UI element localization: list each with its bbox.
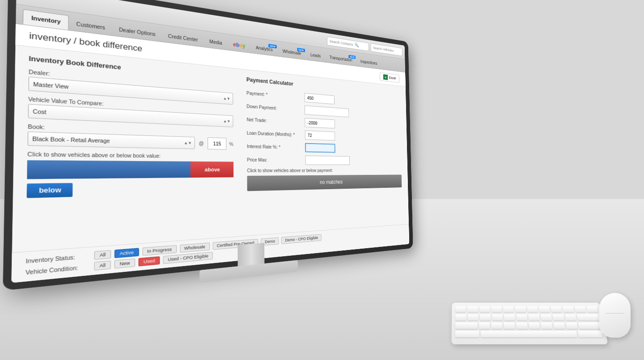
- net-trade-input[interactable]: [305, 118, 335, 129]
- right-panel: Payment Calculator Payment: * Down Payme…: [246, 76, 402, 229]
- key: [467, 306, 478, 313]
- book-group: Book: Black Book - Retail Average ▲▼ @ %: [27, 124, 233, 150]
- spacebar-key: [481, 331, 578, 338]
- status-btn-active[interactable]: Active: [114, 248, 139, 258]
- key: [479, 306, 490, 313]
- key: [491, 322, 503, 329]
- payment-label: Payment: *: [246, 90, 305, 100]
- key: [527, 306, 538, 313]
- key: [565, 314, 577, 321]
- search-vehicles-placeholder: Search Vehicles: [373, 46, 394, 52]
- key-row-2: [455, 314, 600, 321]
- excel-label: Excel: [389, 76, 396, 80]
- key: [516, 314, 528, 321]
- key: [540, 314, 552, 321]
- tab-leads[interactable]: Leads: [306, 48, 326, 62]
- payment-click-label: Click to show vehicles above or below pa…: [247, 168, 401, 173]
- loan-duration-input[interactable]: [305, 131, 335, 141]
- condition-btn-all[interactable]: All: [94, 261, 111, 271]
- inventory-status-label: Inventory Status:: [25, 253, 90, 264]
- search-vehicles-box[interactable]: Search Vehicles: [371, 43, 402, 56]
- key: [515, 306, 526, 313]
- key: [574, 306, 586, 313]
- key: [528, 314, 540, 321]
- monitor-bezel: Search Contacts 🔍 Search Vehicles Invent…: [3, 0, 413, 291]
- book-at-symbol: @: [199, 140, 203, 146]
- key: [553, 322, 565, 329]
- book-click-label: Click to show vehicles above or below bo…: [27, 151, 233, 159]
- key: [578, 322, 601, 329]
- key: [552, 314, 564, 321]
- key: [455, 322, 478, 329]
- key: [492, 314, 503, 321]
- book-percent-label: %: [229, 141, 233, 146]
- mouse-divider: [606, 313, 624, 313]
- interest-rate-input[interactable]: [305, 143, 335, 153]
- book-bar-container: above: [27, 160, 233, 179]
- condition-btn-used-cpo[interactable]: Used - CPO Eligible: [163, 252, 213, 264]
- price-max-label: Price Max:: [247, 157, 305, 162]
- down-payment-label: Down Payment:: [246, 104, 305, 112]
- interest-rate-row: Interest Rate %: *: [247, 141, 401, 154]
- status-btn-all[interactable]: All: [94, 250, 111, 260]
- monitor-container: Search Contacts 🔍 Search Vehicles Invent…: [2, 0, 414, 326]
- key: [504, 314, 515, 321]
- excel-icon: X: [383, 74, 388, 80]
- excel-button[interactable]: X Excel: [380, 72, 399, 83]
- keyboard: [452, 303, 608, 344]
- key: [577, 314, 600, 321]
- key: [586, 306, 598, 313]
- key: [528, 322, 540, 329]
- book-bar-above-button[interactable]: above: [191, 161, 233, 178]
- book-bar-below-button[interactable]: below: [27, 183, 73, 198]
- key-row-3: [455, 322, 602, 329]
- key: [455, 314, 466, 321]
- price-max-row: Price Max:: [247, 155, 401, 165]
- search-contacts-placeholder: Search Contacts: [330, 39, 353, 47]
- book-percent-input[interactable]: [208, 137, 226, 150]
- key: [541, 322, 553, 329]
- left-panel: Inventory Book Difference Dealer: Master…: [26, 55, 234, 243]
- monitor-scene: Search Contacts 🔍 Search Vehicles Invent…: [0, 0, 644, 360]
- key: [578, 331, 603, 338]
- interest-rate-label: Interest Rate %: *: [247, 144, 305, 150]
- payment-input[interactable]: [305, 93, 335, 105]
- key-row-1: [455, 306, 598, 313]
- key: [504, 322, 515, 329]
- ebay-logo: ebay: [233, 41, 245, 49]
- condition-btn-new[interactable]: New: [114, 258, 135, 269]
- mouse: [599, 293, 631, 338]
- key: [538, 306, 550, 313]
- key: [455, 306, 466, 313]
- key: [455, 331, 479, 338]
- down-payment-input[interactable]: [305, 106, 349, 118]
- key: [491, 306, 502, 313]
- vehicle-condition-label: Vehicle Condition:: [25, 263, 90, 275]
- keyboard-rows: [452, 303, 608, 342]
- net-trade-label: Net Trade:: [247, 117, 305, 125]
- book-bar-blue: [27, 160, 191, 179]
- key: [503, 306, 514, 313]
- key: [563, 306, 574, 313]
- key: [467, 314, 479, 321]
- key: [479, 314, 491, 321]
- key: [551, 306, 562, 313]
- screen: Search Contacts 🔍 Search Vehicles Invent…: [12, 0, 409, 283]
- key: [566, 322, 578, 329]
- status-btn-wholesale[interactable]: Wholesale: [180, 242, 210, 253]
- key: [479, 322, 490, 329]
- loan-duration-label: Loan Duration (Months): *: [247, 130, 305, 137]
- condition-btn-used[interactable]: Used: [139, 256, 160, 266]
- key: [516, 322, 528, 329]
- search-icon-contacts: 🔍: [354, 42, 358, 47]
- key-row-4: [455, 331, 603, 338]
- no-matches-button[interactable]: no matches: [247, 174, 402, 191]
- price-max-input[interactable]: [305, 156, 350, 165]
- status-btn-inprogress[interactable]: In Progress: [142, 245, 177, 256]
